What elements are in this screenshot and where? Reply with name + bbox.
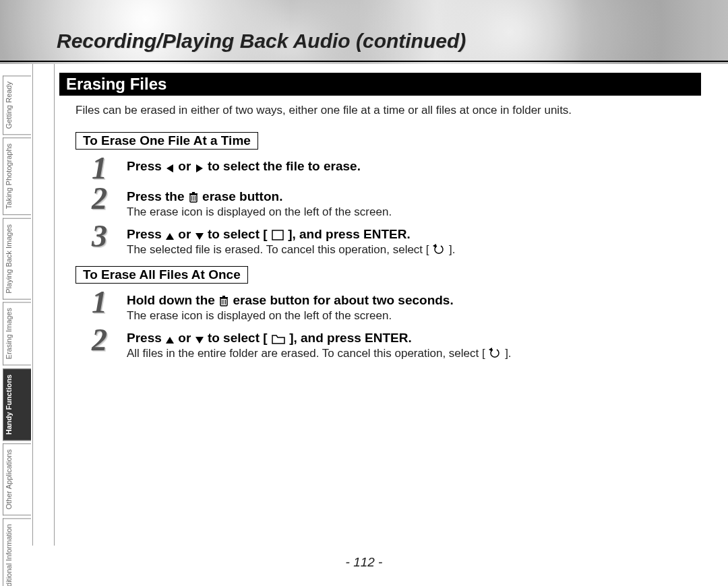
cancel-icon — [488, 348, 502, 360]
trash-icon — [188, 191, 199, 203]
step: 2Press or to select [ ], and press ENTER… — [92, 328, 701, 360]
sidebar-tab[interactable]: Other Applications — [3, 443, 31, 515]
svg-rect-10 — [272, 230, 283, 240]
right-tri-icon — [195, 160, 204, 173]
sidebar-tab[interactable]: Handy Functions — [3, 368, 31, 441]
step-note: The erase icon is displayed on the left … — [127, 205, 701, 219]
step: 1Hold down the erase button for about tw… — [92, 290, 701, 323]
sidebar-tab[interactable]: Erasing Images — [3, 302, 31, 365]
step-instruction: Press or to select the file to erase. — [127, 159, 701, 174]
svg-rect-7 — [192, 192, 195, 193]
svg-marker-11 — [433, 244, 436, 248]
subsection-heading: To Erase One File At a Time — [75, 132, 258, 150]
blocks-container: To Erase One File At a Time1Press or to … — [59, 128, 701, 360]
main-content: Erasing Files Files can be erased in eit… — [59, 73, 701, 366]
step-instruction: Hold down the erase button for about two… — [127, 293, 701, 308]
up-tri-icon — [165, 332, 175, 345]
header-divider — [0, 61, 728, 62]
section-banner: Erasing Files — [59, 73, 701, 96]
square-icon — [271, 228, 284, 241]
svg-rect-6 — [189, 193, 198, 195]
margin-rule-1 — [32, 64, 33, 546]
step-instruction: Press the erase button. — [127, 189, 701, 204]
down-tri-icon — [195, 228, 204, 241]
subsection-heading: To Erase All Files At Once — [75, 266, 248, 284]
up-tri-icon — [165, 228, 175, 241]
step: 3Press or to select [ ], and press ENTER… — [92, 224, 701, 257]
step-note: The erase icon is displayed on the left … — [127, 309, 701, 323]
step-number-icon: 2 — [92, 187, 127, 211]
page-title: Recording/Playing Back Audio (continued) — [57, 30, 466, 53]
left-tri-icon — [165, 160, 175, 173]
step: 2Press the erase button.The erase icon i… — [92, 187, 701, 219]
step-instruction: Press or to select [ ], and press ENTER. — [127, 331, 701, 346]
step: 1Press or to select the file to erase. — [92, 156, 701, 181]
svg-marker-18 — [166, 337, 174, 344]
svg-marker-19 — [195, 337, 204, 344]
cancel-icon — [432, 244, 446, 256]
step-number-icon: 3 — [92, 224, 127, 249]
svg-marker-20 — [489, 348, 492, 352]
svg-marker-1 — [196, 164, 203, 172]
svg-rect-16 — [220, 297, 228, 298]
step-number-icon: 1 — [92, 156, 127, 181]
sidebar-tab[interactable]: Taking Photographs — [3, 137, 31, 215]
step-number-icon: 2 — [92, 328, 127, 353]
step-number-icon: 1 — [92, 290, 127, 315]
svg-rect-17 — [222, 296, 225, 297]
step-note: All files in the entire folder are erase… — [127, 347, 701, 360]
step-note: The selected file is erased. To cancel t… — [127, 243, 701, 257]
sidebar-tab[interactable]: Additional Information — [3, 518, 31, 586]
down-tri-icon — [195, 332, 204, 345]
step-instruction: Press or to select [ ], and press ENTER. — [127, 227, 701, 242]
sidebar-tab[interactable]: Getting Ready — [3, 75, 31, 135]
svg-marker-8 — [166, 233, 174, 240]
folder-icon — [271, 332, 286, 345]
page-number: - 112 - — [0, 555, 728, 570]
section-intro: Files can be erased in either of two way… — [75, 104, 701, 117]
trash-icon — [218, 294, 229, 307]
svg-marker-0 — [166, 164, 173, 172]
margin-rule-2 — [54, 64, 55, 546]
sidebar-tab[interactable]: Playing Back Images — [3, 218, 31, 300]
sidebar-tabs: Getting ReadyTaking PhotographsPlaying B… — [3, 75, 31, 586]
svg-marker-9 — [195, 233, 204, 240]
